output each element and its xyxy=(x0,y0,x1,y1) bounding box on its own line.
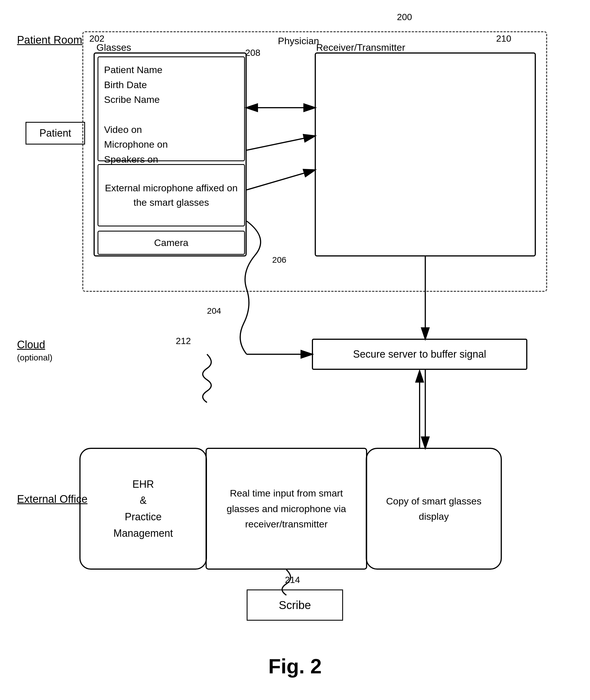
ref-200: 200 xyxy=(397,12,412,22)
ehr-label: EHR&PracticeManagement xyxy=(113,476,173,541)
copy-box: Copy of smart glasses display xyxy=(366,448,502,570)
ref-212: 212 xyxy=(176,336,191,346)
info-line3: Scribe Name xyxy=(104,92,238,107)
info-line5: Video on xyxy=(104,122,238,137)
receiver-box xyxy=(315,52,536,256)
realtime-box: Real time input from smart glasses and m… xyxy=(206,448,367,570)
camera-label: Camera xyxy=(154,237,189,248)
section-external-office: External Office xyxy=(17,493,88,505)
info-line2: Birth Date xyxy=(104,77,238,92)
cloud-sublabel: (optional) xyxy=(17,353,53,362)
patient-box: Patient xyxy=(25,122,85,144)
server-label: Secure server to buffer signal xyxy=(353,348,486,360)
section-cloud: Cloud xyxy=(17,339,45,351)
info-display-box: Patient Name Birth Date Scribe Name Vide… xyxy=(98,56,245,161)
physician-label: Physician xyxy=(278,35,319,46)
ref-214: 214 xyxy=(285,575,300,585)
info-line4 xyxy=(104,107,238,122)
receiver-label: Receiver/Transmitter xyxy=(316,42,405,53)
fig-label: Fig. 2 xyxy=(0,655,590,678)
realtime-label: Real time input from smart glasses and m… xyxy=(212,485,360,532)
info-line1: Patient Name xyxy=(104,63,238,77)
ref-210: 210 xyxy=(496,33,511,44)
glasses-label: Glasses xyxy=(96,42,131,53)
info-line6: Microphone on xyxy=(104,137,238,152)
camera-box: Camera xyxy=(98,231,245,255)
section-patient-room: Patient Room xyxy=(17,34,82,46)
ehr-box: EHR&PracticeManagement xyxy=(79,448,207,570)
server-box: Secure server to buffer signal xyxy=(312,339,527,370)
mic-label: External microphone affixed on the smart… xyxy=(101,181,241,210)
scribe-label: Scribe xyxy=(279,599,311,611)
diagram: 200 Patient Room 202 Glasses Physician 2… xyxy=(0,0,590,700)
copy-label: Copy of smart glasses display xyxy=(373,493,495,524)
scribe-box: Scribe xyxy=(247,589,343,621)
ref-206-label: 206 xyxy=(272,255,286,265)
ref-204-label: 204 xyxy=(207,306,221,316)
patient-label: Patient xyxy=(39,127,71,139)
ref-208: 208 xyxy=(245,47,260,58)
mic-box: External microphone affixed on the smart… xyxy=(98,164,245,226)
glasses-box: Patient Name Birth Date Scribe Name Vide… xyxy=(94,52,247,256)
